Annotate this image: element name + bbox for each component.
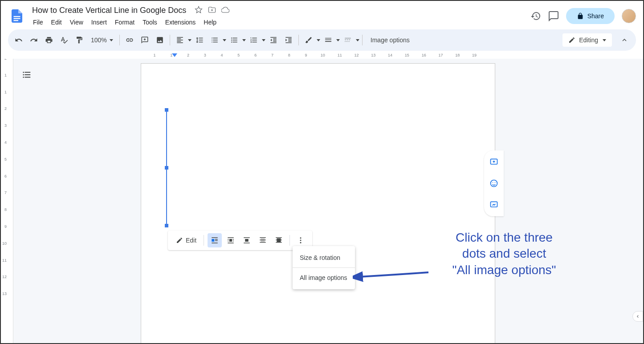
image-context-toolbar: Edit — [168, 231, 312, 250]
menu-help[interactable]: Help — [200, 17, 220, 28]
vertical-ruler[interactable]: 2112345678910111213 — [1, 59, 13, 343]
front-text-button[interactable] — [272, 233, 286, 247]
border-weight-dropdown[interactable] — [321, 33, 340, 47]
separator — [170, 35, 170, 45]
more-options-button[interactable] — [293, 233, 308, 247]
svg-rect-0 — [14, 16, 20, 17]
chevron-down-icon — [603, 39, 606, 41]
editing-mode-button[interactable]: Editing — [562, 33, 612, 47]
checklist-dropdown[interactable] — [208, 33, 226, 47]
svg-rect-9 — [347, 41, 348, 42]
svg-rect-13 — [215, 239, 218, 240]
cloud-status-icon[interactable] — [221, 6, 229, 16]
document-page[interactable]: Edit Size & rotation All image options — [141, 63, 495, 343]
separator — [204, 235, 204, 246]
separator — [289, 235, 290, 246]
lock-icon — [577, 12, 584, 20]
history-icon[interactable] — [530, 11, 541, 21]
svg-rect-25 — [244, 243, 250, 243]
svg-point-34 — [300, 237, 302, 239]
wrap-text-button[interactable] — [224, 233, 238, 247]
svg-rect-28 — [260, 240, 266, 241]
star-icon[interactable] — [195, 6, 203, 16]
menu-insert[interactable]: Insert — [88, 17, 110, 28]
pencil-icon — [568, 36, 575, 44]
svg-rect-12 — [212, 239, 214, 242]
svg-rect-14 — [215, 240, 218, 241]
redo-button[interactable] — [27, 33, 41, 47]
menu-file[interactable]: File — [29, 17, 47, 28]
border-dash-dropdown[interactable] — [341, 33, 359, 47]
menu-tools[interactable]: Tools — [139, 17, 161, 28]
print-button[interactable] — [42, 33, 56, 47]
align-dropdown[interactable] — [173, 33, 192, 47]
menu-format[interactable]: Format — [111, 17, 138, 28]
break-text-button[interactable] — [240, 233, 254, 247]
header-bar: How to Create Vertical Line in Google Do… — [1, 1, 643, 28]
svg-point-36 — [300, 242, 302, 243]
side-float-buttons — [484, 150, 504, 216]
add-comment-float-button[interactable] — [486, 154, 502, 170]
increase-indent-button[interactable] — [281, 33, 296, 47]
wrap-inline-button[interactable] — [208, 233, 222, 247]
behind-text-button[interactable] — [256, 233, 270, 247]
svg-rect-5 — [347, 40, 348, 40]
svg-rect-11 — [212, 237, 218, 238]
svg-point-40 — [495, 182, 496, 183]
svg-rect-24 — [245, 239, 249, 242]
suggest-edits-float-button[interactable] — [486, 197, 502, 213]
bullet-list-dropdown[interactable] — [227, 33, 246, 47]
svg-rect-30 — [276, 237, 282, 238]
menu-view[interactable]: View — [66, 17, 87, 28]
collapse-toolbar-button[interactable] — [616, 32, 632, 48]
share-button[interactable]: Share — [566, 8, 615, 24]
undo-button[interactable] — [12, 33, 26, 47]
paint-format-button[interactable] — [72, 33, 86, 47]
insert-image-button[interactable] — [153, 33, 167, 47]
separator — [119, 35, 120, 45]
svg-rect-17 — [229, 239, 232, 242]
separator — [293, 267, 355, 268]
svg-rect-19 — [233, 239, 234, 240]
expand-sidebar-button[interactable] — [632, 311, 643, 322]
chevron-down-icon — [242, 39, 246, 41]
zoom-dropdown[interactable]: 100% — [87, 35, 117, 45]
menu-extensions[interactable]: Extensions — [162, 17, 199, 28]
svg-rect-27 — [260, 237, 266, 238]
svg-rect-29 — [260, 242, 266, 243]
image-options-button[interactable]: Image options — [365, 35, 415, 45]
menu-bar: File Edit View Insert Format Tools Exten… — [29, 17, 530, 28]
size-rotation-item[interactable]: Size & rotation — [293, 250, 355, 266]
add-comment-button[interactable] — [138, 33, 152, 47]
user-avatar[interactable] — [622, 9, 636, 23]
share-label: Share — [587, 12, 604, 20]
line-spacing-button[interactable] — [192, 33, 207, 47]
selection-handle-bottom[interactable] — [165, 224, 168, 227]
decrease-indent-button[interactable] — [266, 33, 281, 47]
outline-button[interactable] — [19, 67, 35, 83]
spellcheck-button[interactable] — [57, 33, 71, 47]
document-title[interactable]: How to Create Vertical Line in Google Do… — [29, 5, 189, 16]
indent-marker-icon[interactable] — [172, 53, 177, 59]
all-image-options-item[interactable]: All image options — [293, 270, 355, 286]
docs-logo-icon[interactable] — [8, 7, 26, 25]
number-list-dropdown[interactable] — [247, 33, 265, 47]
move-icon[interactable] — [208, 6, 216, 16]
comments-icon[interactable] — [548, 11, 559, 21]
svg-rect-4 — [345, 40, 346, 40]
title-area: How to Create Vertical Line in Google Do… — [29, 5, 530, 28]
svg-rect-6 — [349, 40, 350, 40]
chevron-down-icon — [336, 39, 340, 41]
menu-edit[interactable]: Edit — [48, 17, 65, 28]
selection-handle-top[interactable] — [165, 108, 168, 112]
edit-image-button[interactable]: Edit — [172, 235, 200, 246]
insert-link-button[interactable] — [122, 33, 137, 47]
document-area: 2112345678910111213 Edit Size & rot — [1, 59, 643, 343]
svg-rect-2 — [14, 20, 19, 21]
svg-rect-22 — [228, 243, 234, 243]
separator — [298, 35, 299, 45]
add-emoji-float-button[interactable] — [486, 175, 502, 191]
clear-format-dropdown[interactable] — [302, 33, 320, 47]
selection-handle-middle[interactable] — [165, 166, 168, 170]
chevron-down-icon — [317, 39, 320, 41]
